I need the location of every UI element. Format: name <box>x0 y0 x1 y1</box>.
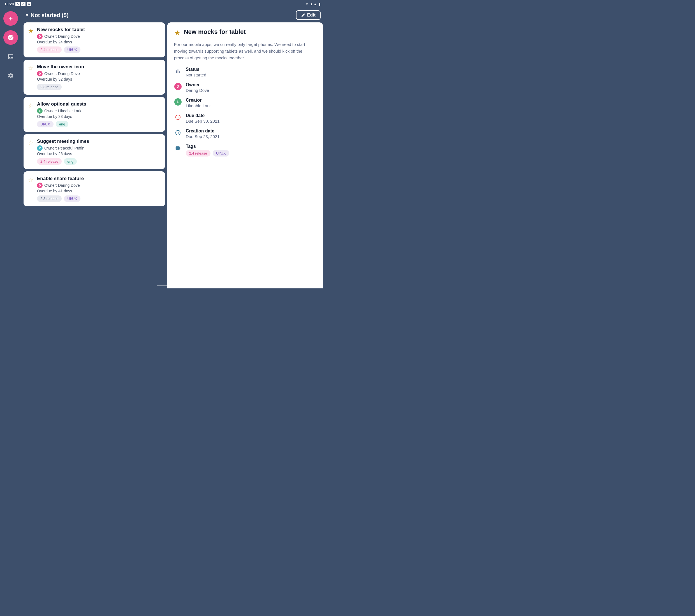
status-field-content: Status Not started <box>186 67 206 77</box>
task-list-panel: ★ New mocks for tablet D Owner: Daring D… <box>23 22 167 288</box>
detail-tag-24release[interactable]: 2.4 release <box>186 150 210 157</box>
battery-icon: ▮ <box>319 2 321 6</box>
edit-button[interactable]: Edit <box>296 10 321 20</box>
owner-field-content: Owner Daring Dove <box>186 82 209 93</box>
check-circle-icon <box>7 34 14 41</box>
content-area: ▾ Not started (5) Edit ★ New mocks for t… <box>21 8 325 288</box>
detail-field-owner: D Owner Daring Dove <box>174 82 316 93</box>
wifi-icon: ▾ <box>306 2 308 6</box>
creator-field-icon: L <box>174 98 182 106</box>
creator-detail-avatar: L <box>174 98 182 106</box>
creator-label: Creator <box>186 98 211 103</box>
due-date-label: Due date <box>186 113 220 118</box>
creator-field-content: Creator Likeable Lark <box>186 98 211 108</box>
edit-label: Edit <box>307 13 316 18</box>
clock-icon <box>175 114 181 120</box>
detail-field-status: Status Not started <box>174 67 316 77</box>
star-icon-3[interactable]: ☆ <box>28 102 34 109</box>
owner-field-icon: D <box>174 83 182 90</box>
star-icon-5[interactable]: ☆ <box>28 176 34 184</box>
task-card-4[interactable]: ☆ Suggest meeting times P Owner: Peacefu… <box>23 134 165 169</box>
detail-title: New mocks for tablet <box>184 28 246 36</box>
tag-23release-2[interactable]: 2.3 release <box>37 84 62 90</box>
add-button[interactable]: + <box>3 11 18 26</box>
tags-row-3: UI/UX eng <box>37 121 160 127</box>
task-title-2: Move the owner icon <box>37 64 160 70</box>
task-body-1: New mocks for tablet D Owner: Daring Dov… <box>37 27 160 53</box>
tag-24release-4[interactable]: 2.4 release <box>37 158 62 165</box>
status-icon-a2: A <box>21 2 26 6</box>
plus-icon: + <box>9 15 13 22</box>
inbox-icon <box>7 53 14 60</box>
status-icon <box>174 67 182 75</box>
tag-23release-5[interactable]: 2.3 release <box>37 195 62 202</box>
overdue-4: Overdue by 26 days <box>37 152 160 156</box>
task-card-1[interactable]: ★ New mocks for tablet D Owner: Daring D… <box>23 22 165 57</box>
tags-row-4: 2.4 release eng <box>37 158 160 165</box>
owner-value: Daring Dove <box>186 88 209 93</box>
status-bar-left: 10:20 A A A <box>4 2 31 6</box>
task-title-4: Suggest meeting times <box>37 139 160 144</box>
creator-value: Likeable Lark <box>186 103 211 108</box>
tag-24release-1[interactable]: 2.4 release <box>37 47 62 53</box>
tag-uiux-3[interactable]: UI/UX <box>37 121 53 127</box>
detail-star-icon: ★ <box>174 29 181 37</box>
overdue-3: Overdue by 33 days <box>37 114 160 119</box>
owner-name-5: Owner: Daring Dove <box>44 183 80 188</box>
tags-field-content: Tags 2.4 release UI/UX <box>186 144 229 157</box>
tags-label: Tags <box>186 144 229 149</box>
edit-icon <box>301 13 305 17</box>
star-icon-2[interactable]: ☆ <box>28 65 34 72</box>
sidebar-item-tasks[interactable] <box>3 30 18 45</box>
owner-detail-avatar: D <box>174 83 182 90</box>
task-card-5[interactable]: ☆ Enable share feature D Owner: Daring D… <box>23 171 165 206</box>
detail-tags-row: 2.4 release UI/UX <box>186 150 229 157</box>
tags-icon <box>174 144 182 152</box>
detail-header: ★ New mocks for tablet <box>174 28 316 37</box>
tag-uiux-5[interactable]: UI/UX <box>64 195 81 202</box>
owner-name-1: Owner: Daring Dove <box>44 34 80 39</box>
bar-chart-icon <box>175 68 181 74</box>
task-body-2: Move the owner icon D Owner: Daring Dove… <box>37 64 160 90</box>
detail-field-creator: L Creator Likeable Lark <box>174 98 316 108</box>
panels: ★ New mocks for tablet D Owner: Daring D… <box>21 22 325 288</box>
task-body-3: Allow optional guests L Owner: Likeable … <box>37 101 160 127</box>
tags-row-5: 2.3 release UI/UX <box>37 195 160 202</box>
sidebar-item-inbox[interactable] <box>3 49 18 64</box>
owner-avatar-3: L <box>37 108 43 114</box>
detail-description: For our mobile apps, we currently only t… <box>174 41 316 61</box>
creation-date-value: Due Sep 23, 2021 <box>186 134 220 139</box>
owner-name-4: Owner: Peaceful Puffin <box>44 146 84 151</box>
task-title-5: Enable share feature <box>37 176 160 181</box>
sidebar: + <box>0 8 21 288</box>
star-icon-1[interactable]: ★ <box>28 28 34 35</box>
detail-tag-uiux[interactable]: UI/UX <box>213 150 229 157</box>
task-body-5: Enable share feature D Owner: Daring Dov… <box>37 176 160 202</box>
detail-field-due-date: Due date Due Sep 30, 2021 <box>174 113 316 123</box>
detail-field-creation-date: Creation date Due Sep 23, 2021 <box>174 128 316 139</box>
owner-name-3: Owner: Likeable Lark <box>44 109 81 113</box>
task-owner-row-4: P Owner: Peaceful Puffin <box>37 145 160 151</box>
overdue-1: Overdue by 24 days <box>37 40 160 44</box>
tag-uiux-1[interactable]: UI/UX <box>64 47 81 53</box>
task-title-1: New mocks for tablet <box>37 27 160 33</box>
owner-avatar-4: P <box>37 145 43 151</box>
tag-eng-4[interactable]: eng <box>64 158 77 165</box>
tag-eng-3[interactable]: eng <box>56 121 69 127</box>
tags-row-1: 2.4 release UI/UX <box>37 47 160 53</box>
header: ▾ Not started (5) Edit <box>21 8 325 22</box>
status-icon-a1: A <box>15 2 20 6</box>
due-date-icon <box>174 113 182 121</box>
star-icon-4[interactable]: ☆ <box>28 139 34 146</box>
main-layout: + ▾ Not started (5) <box>0 8 325 288</box>
header-left: ▾ Not started (5) <box>26 12 69 18</box>
clock-plus-icon <box>175 130 181 136</box>
detail-field-tags: Tags 2.4 release UI/UX <box>174 144 316 157</box>
task-card-2[interactable]: ☆ Move the owner icon D Owner: Daring Do… <box>23 60 165 95</box>
task-title-3: Allow optional guests <box>37 101 160 107</box>
settings-icon <box>7 72 14 79</box>
sidebar-item-settings[interactable] <box>3 68 18 83</box>
task-card-3[interactable]: ☆ Allow optional guests L Owner: Likeabl… <box>23 97 165 132</box>
collapse-chevron-icon[interactable]: ▾ <box>26 12 28 18</box>
status-bar-right: ▾ ▲▲ ▮ <box>306 2 321 6</box>
